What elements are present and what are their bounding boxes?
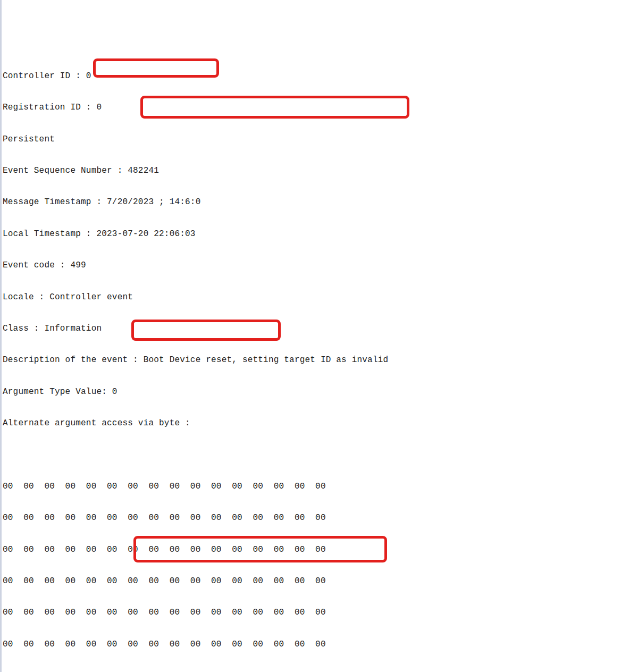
hex-row: 00 00 00 00 00 00 00 00 00 00 00 00 00 0…: [3, 545, 638, 556]
controller-id-line: Controller ID : 0: [3, 71, 638, 82]
message-timestamp-line: Message Timestamp : 7/20/2023 ; 14:6:0: [3, 197, 638, 208]
hex-row: 00 00 00 00 00 00 00 00 00 00 00 00 00 0…: [3, 608, 638, 618]
log-viewer: Controller ID : 0 Registration ID : 0 Pe…: [0, 0, 638, 672]
locale-line: Locale : Controller event: [3, 292, 638, 303]
description-value: Boot Device reset, setting target ID as …: [144, 355, 389, 365]
event-log-text-area[interactable]: Controller ID : 0 Registration ID : 0 Pe…: [0, 0, 638, 672]
event-sequence-line: Event Sequence Number : 482241: [3, 166, 638, 177]
event-code-line: Event code : 499: [3, 261, 638, 271]
hex-row: 00 00 00 00 00 00 00 00 00 00 00 00 00 0…: [3, 513, 638, 524]
description-line: Description of the event : Boot Device r…: [3, 355, 638, 366]
local-timestamp-line: Local Timestamp : 2023-07-20 22:06:03: [3, 229, 638, 240]
local-timestamp-label: Local Timestamp :: [3, 229, 96, 239]
hex-row: 00 00 00 00 00 00 00 00 00 00 00 00 00 0…: [3, 640, 638, 650]
argument-type-line: Argument Type Value: 0: [3, 387, 638, 398]
event-block-1: Controller ID : 0 Registration ID : 0 Pe…: [3, 50, 638, 672]
description-label: Description of the event :: [3, 355, 144, 365]
hex-row: 00 00 00 00 00 00 00 00 00 00 00 00 00 0…: [3, 576, 638, 587]
persistent-line: Persistent: [3, 135, 638, 145]
blank-line: [3, 450, 638, 460]
registration-id-line: Registration ID : 0: [3, 103, 638, 113]
alternate-argument-line: Alternate argument access via byte :: [3, 418, 638, 429]
local-timestamp-value: 2023-07-20 22:06:03: [96, 229, 195, 239]
class-line: Class : Information: [3, 324, 638, 334]
hex-row: 00 00 00 00 00 00 00 00 00 00 00 00 00 0…: [3, 482, 638, 492]
